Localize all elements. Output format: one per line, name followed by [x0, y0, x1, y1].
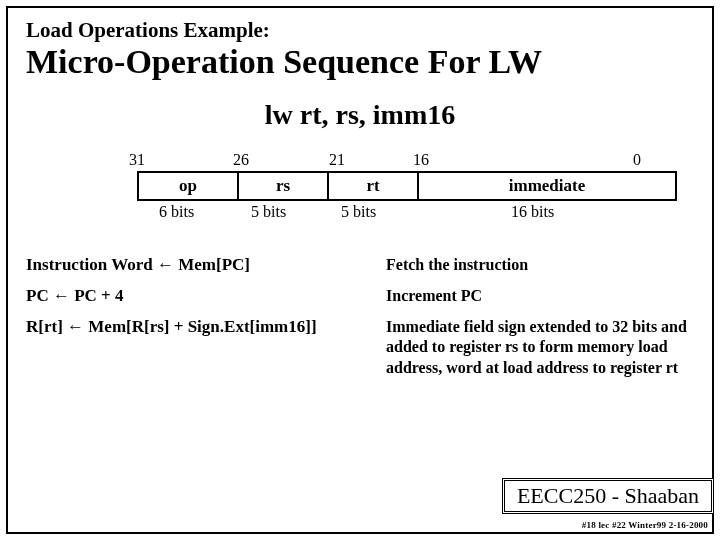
step-operation: R[rt] ← Mem[R[rs] + Sign.Ext[imm16]]	[26, 317, 386, 337]
footer-meta: #18 lec #22 Winter99 2-16-2000	[582, 520, 708, 530]
step-operation: PC ← PC + 4	[26, 286, 386, 306]
step-row: PC ← PC + 4 Increment PC	[26, 286, 694, 307]
micro-op-steps: Instruction Word ← Mem[PC] Fetch the ins…	[26, 255, 694, 379]
bit-label-31: 31	[129, 151, 145, 169]
width-rs: 5 bits	[251, 203, 286, 221]
slide-frame: Load Operations Example: Micro-Operation…	[6, 6, 714, 534]
field-rt: rt	[329, 173, 419, 199]
field-rs: rs	[239, 173, 329, 199]
bit-label-21: 21	[329, 151, 345, 169]
field-immediate: immediate	[419, 173, 675, 199]
step-description: Immediate field sign extended to 32 bits…	[386, 317, 694, 379]
instruction-example: lw rt, rs, imm16	[26, 99, 694, 131]
field-op: op	[139, 173, 239, 199]
step-row: R[rt] ← Mem[R[rs] + Sign.Ext[imm16]] Imm…	[26, 317, 694, 379]
encoding-fields: op rs rt immediate	[137, 171, 677, 201]
step-row: Instruction Word ← Mem[PC] Fetch the ins…	[26, 255, 694, 276]
subtitle: Load Operations Example:	[26, 18, 694, 43]
title: Micro-Operation Sequence For LW	[26, 43, 694, 81]
bit-label-26: 26	[233, 151, 249, 169]
step-operation: Instruction Word ← Mem[PC]	[26, 255, 386, 275]
width-immediate: 16 bits	[511, 203, 554, 221]
bit-label-16: 16	[413, 151, 429, 169]
footer-badge: EECC250 - Shaaban	[502, 478, 714, 514]
step-description: Fetch the instruction	[386, 255, 694, 276]
width-op: 6 bits	[159, 203, 194, 221]
encoding-diagram: 31 26 21 16 0 op rs rt immediate 6 bits …	[51, 151, 669, 227]
step-description: Increment PC	[386, 286, 694, 307]
width-rt: 5 bits	[341, 203, 376, 221]
bit-label-0: 0	[633, 151, 641, 169]
